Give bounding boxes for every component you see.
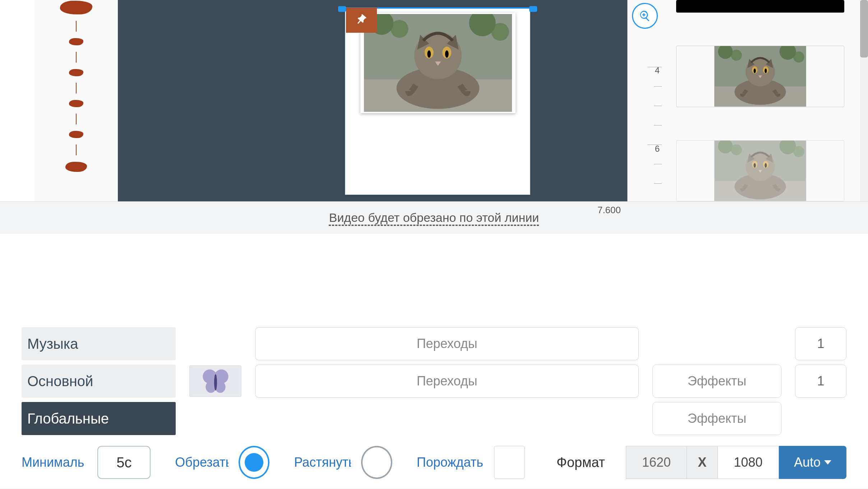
main-count[interactable]: 1	[795, 365, 846, 398]
stretch-label: Растянуть	[294, 455, 351, 470]
minimal-input[interactable]: 5с	[97, 446, 151, 479]
butterfly-preset[interactable]	[189, 365, 241, 397]
spawn-label: Порождать	[417, 455, 484, 470]
gutter	[0, 0, 34, 201]
layer-music-label[interactable]: Музыка	[22, 327, 176, 360]
audio-waveform-track[interactable]	[34, 0, 118, 201]
crop-label: Обрезать	[175, 455, 228, 470]
clip-handle-right[interactable]	[529, 6, 537, 12]
format-height[interactable]: 1080	[718, 446, 779, 479]
auto-format-button[interactable]: Auto	[779, 446, 846, 479]
layer-global: Глобальные Эффекты	[22, 402, 846, 435]
layers-panel: Музыка Переходы 1 Основной Переходы Эффе…	[0, 323, 868, 435]
transitions-button[interactable]: Переходы	[255, 365, 639, 398]
effects-button[interactable]: Эффекты	[652, 365, 781, 398]
layer-main-label[interactable]: Основной	[22, 365, 176, 398]
stretch-radio[interactable]	[361, 446, 392, 479]
zoom-button[interactable]	[632, 3, 658, 29]
clip-handle-left[interactable]	[338, 6, 346, 12]
format-width[interactable]: 1620	[626, 446, 687, 479]
pin-icon	[352, 10, 371, 30]
transitions-button[interactable]: Переходы	[255, 327, 639, 360]
controls-row: Минималь 5с Обрезать Растянуть Порождать…	[0, 435, 868, 478]
butterfly-icon	[202, 368, 230, 394]
thumbnails-panel	[662, 0, 868, 201]
pin-badge[interactable]	[346, 8, 377, 33]
chevron-down-icon	[824, 460, 831, 465]
video-clip[interactable]	[345, 7, 530, 195]
clip-thumbnail	[362, 14, 514, 112]
thumbnail-item[interactable]	[676, 46, 844, 107]
layer-global-label[interactable]: Глобальные	[22, 402, 176, 435]
zoom-in-icon	[639, 10, 651, 22]
trim-notice-text[interactable]: Видео будет обрезано по этой линии	[329, 211, 539, 225]
canvas[interactable]	[118, 0, 627, 201]
timeline: 4 6	[0, 0, 868, 201]
scrollbar[interactable]	[860, 0, 868, 201]
format-x: X	[687, 446, 718, 479]
minimal-label: Минималь	[22, 455, 87, 470]
tick-6: 6	[655, 144, 660, 154]
trim-time: 7.600	[597, 205, 621, 216]
time-ruler: 4 6	[627, 0, 662, 201]
effects-button[interactable]: Эффекты	[652, 402, 781, 435]
layer-music: Музыка Переходы 1	[22, 327, 846, 360]
format-label: Формат	[557, 455, 605, 470]
trim-notice-bar: Видео будет обрезано по этой линии 7.600	[0, 201, 868, 234]
scrollbar-thumb[interactable]	[860, 0, 868, 58]
svg-point-20	[214, 374, 217, 391]
layer-main: Основной Переходы Эффекты 1	[22, 365, 846, 398]
thumb-black[interactable]	[676, 0, 844, 13]
thumbnail-item[interactable]	[676, 140, 844, 202]
spawn-checkbox[interactable]	[494, 446, 525, 479]
tick-4: 4	[655, 65, 660, 76]
music-count[interactable]: 1	[795, 327, 846, 360]
crop-radio[interactable]	[239, 446, 270, 479]
